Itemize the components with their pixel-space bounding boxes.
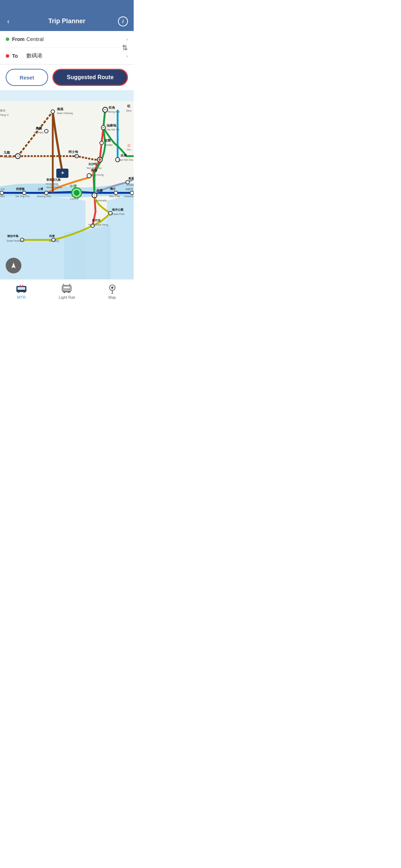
svg-text:金鐘: 金鐘 <box>96 189 103 192</box>
suggested-route-button[interactable]: Suggested Route <box>52 69 128 86</box>
svg-text:Mong Kok: Mong Kok <box>108 110 120 113</box>
svg-text:海洋公園: 海洋公園 <box>112 208 123 211</box>
location-button[interactable] <box>6 258 21 273</box>
svg-point-23 <box>45 191 48 195</box>
svg-text:銅鑼灣: 銅鑼灣 <box>125 188 133 190</box>
svg-text:East Tsim Sha Tsui: East Tsim Sha Tsui <box>118 159 134 161</box>
svg-point-6 <box>45 129 48 133</box>
nav-item-mtr[interactable]: MTR <box>9 282 34 301</box>
svg-text:西營盤: 西營盤 <box>16 188 25 191</box>
svg-point-96 <box>68 292 70 293</box>
svg-text:旺: 旺 <box>127 104 130 108</box>
metro-map: ✈ 南昌 Nam Cheong 奧運 Olympic 旺角 Mong Kok <box>0 90 134 279</box>
svg-point-5 <box>51 110 55 113</box>
svg-text:利東: 利東 <box>49 235 55 238</box>
svg-text:Olympic: Olympic <box>34 131 43 134</box>
svg-point-25 <box>130 191 134 195</box>
svg-text:灣仔: 灣仔 <box>110 187 116 191</box>
from-dot <box>6 37 9 41</box>
svg-text:黃竹坑: 黃竹坑 <box>92 219 101 222</box>
svg-text:柯士甸: 柯士甸 <box>68 150 78 154</box>
nav-item-light-rail[interactable]: Light Rail <box>52 282 82 301</box>
svg-point-21 <box>0 191 4 195</box>
svg-point-11 <box>100 141 103 145</box>
from-chevron: › <box>126 36 128 42</box>
bottom-navigation: MTR Light Rail Map <box>0 279 134 307</box>
svg-point-88 <box>24 291 25 293</box>
from-label: From <box>12 36 26 42</box>
svg-text:South Horizons: South Horizons <box>6 240 24 242</box>
svg-text:紅: 紅 <box>128 144 131 147</box>
svg-text:Hu...: Hu... <box>127 148 133 151</box>
svg-text:Yau Ma Tei: Yau Ma Tei <box>106 128 119 131</box>
svg-text:Nam Cheong: Nam Cheong <box>57 112 73 115</box>
nav-item-map[interactable]: Map <box>99 282 125 301</box>
to-label: To <box>12 53 26 59</box>
svg-text:海怡半島: 海怡半島 <box>7 235 19 238</box>
svg-text:Exhibition Cen.: Exhibition Cen. <box>127 184 134 186</box>
svg-text:Sai Ying Pun: Sai Ying Pun <box>15 195 30 198</box>
svg-text:Ocean Park: Ocean Park <box>111 213 124 215</box>
svg-point-102 <box>110 293 114 294</box>
to-dot <box>6 54 9 58</box>
svg-point-24 <box>114 191 118 195</box>
svg-text:香港: 香港 <box>91 169 98 172</box>
svg-text:West Kowloon: West Kowloon <box>46 186 62 189</box>
svg-text:HKU: HKU <box>0 195 5 198</box>
svg-point-87 <box>18 291 20 293</box>
svg-text:港大學: 港大學 <box>0 188 5 190</box>
svg-point-95 <box>64 292 65 293</box>
svg-text:Hong Kong: Hong Kong <box>46 183 58 185</box>
route-inputs: From Central › To 數碼港 › ⇅ <box>0 31 134 65</box>
svg-text:Sheung Wan: Sheung Wan <box>37 195 51 198</box>
svg-text:Kowloon: Kowloon <box>4 155 14 159</box>
info-button[interactable]: i <box>118 16 128 26</box>
svg-point-100 <box>111 287 113 289</box>
svg-text:青衣: 青衣 <box>0 109 6 112</box>
from-value: Central <box>26 36 126 42</box>
svg-text:Lei Tung: Lei Tung <box>49 240 59 242</box>
svg-text:Tsing Yi: Tsing Yi <box>0 114 9 117</box>
svg-rect-90 <box>22 285 23 287</box>
page-title: Trip Planner <box>48 17 85 25</box>
svg-point-22 <box>22 191 26 195</box>
to-row[interactable]: To 數碼港 › <box>6 47 128 64</box>
svg-text:Central: Central <box>70 197 79 200</box>
map-icon <box>107 284 118 294</box>
to-chevron: › <box>126 53 128 59</box>
svg-text:香港西九龍: 香港西九龍 <box>46 178 61 181</box>
svg-text:Admiralty: Admiralty <box>96 199 107 202</box>
light-rail-label: Light Rail <box>59 295 75 299</box>
svg-text:九龍: 九龍 <box>3 151 10 154</box>
svg-text:尖沙咀: 尖沙咀 <box>88 163 97 166</box>
action-buttons: Reset Suggested Route <box>0 65 134 90</box>
mtr-label: MTR <box>17 295 26 299</box>
svg-rect-89 <box>20 285 21 287</box>
svg-rect-93 <box>63 289 70 291</box>
svg-text:Austin: Austin <box>70 154 77 158</box>
svg-text:Wong Chuk Hang: Wong Chuk Hang <box>88 224 108 226</box>
svg-text:上環: 上環 <box>37 188 43 191</box>
map-label: Map <box>108 295 116 299</box>
svg-point-2 <box>74 190 79 196</box>
svg-text:Hong Kong: Hong Kong <box>90 173 104 176</box>
svg-text:Wan Chai: Wan Chai <box>109 195 120 197</box>
svg-rect-92 <box>63 287 70 289</box>
svg-text:Jordan: Jordan <box>104 143 113 147</box>
swap-button[interactable]: ⇅ <box>122 43 128 52</box>
svg-text:油麻地: 油麻地 <box>107 123 117 127</box>
svg-text:Causeway B.: Causeway B. <box>124 195 134 198</box>
svg-text:南昌: 南昌 <box>57 107 63 111</box>
reset-button[interactable]: Reset <box>6 69 48 86</box>
back-button[interactable]: ‹ <box>6 16 11 27</box>
svg-text:尖東: 尖東 <box>120 154 127 157</box>
svg-text:中環: 中環 <box>70 184 77 188</box>
mtr-icon <box>16 284 27 294</box>
svg-text:✈: ✈ <box>61 171 65 175</box>
from-row[interactable]: From Central › <box>6 31 128 47</box>
to-value: 數碼港 <box>26 52 126 59</box>
svg-text:奧運: 奧運 <box>35 127 42 130</box>
svg-text:會展: 會展 <box>128 177 134 180</box>
svg-text:旺角: 旺角 <box>109 106 115 109</box>
light-rail-icon <box>61 284 72 294</box>
